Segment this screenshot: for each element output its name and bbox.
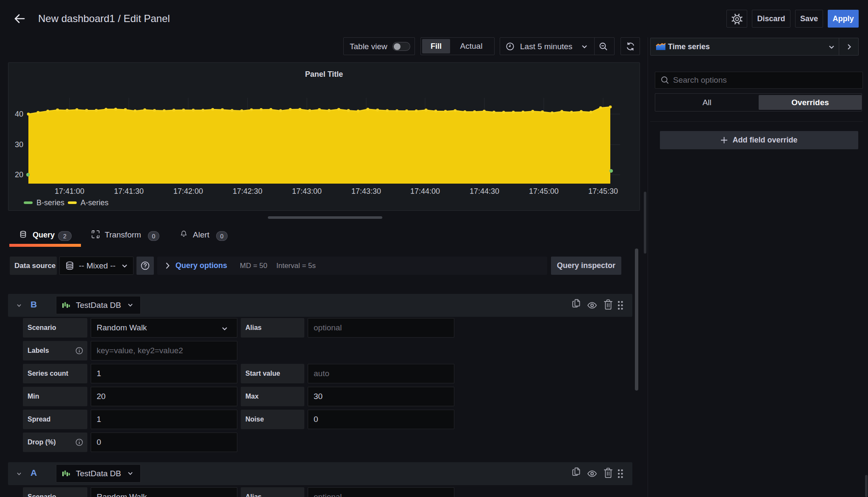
svg-text:17:44:00: 17:44:00 [410, 187, 440, 195]
svg-text:17:43:00: 17:43:00 [292, 187, 322, 195]
svg-text:17:41:30: 17:41:30 [114, 187, 144, 195]
svg-text:40: 40 [15, 110, 23, 118]
svg-text:17:42:30: 17:42:30 [233, 187, 262, 195]
svg-text:17:45:00: 17:45:00 [529, 187, 559, 195]
svg-text:30: 30 [15, 140, 23, 149]
svg-text:A-series: A-series [81, 198, 108, 207]
svg-text:17:41:00: 17:41:00 [55, 187, 84, 195]
svg-text:17:42:00: 17:42:00 [173, 187, 203, 195]
svg-text:17:45:30: 17:45:30 [588, 187, 618, 195]
svg-text:17:43:30: 17:43:30 [351, 187, 381, 195]
svg-text:20: 20 [15, 170, 23, 179]
svg-text:17:44:30: 17:44:30 [470, 187, 499, 195]
svg-text:B-series: B-series [36, 198, 64, 207]
